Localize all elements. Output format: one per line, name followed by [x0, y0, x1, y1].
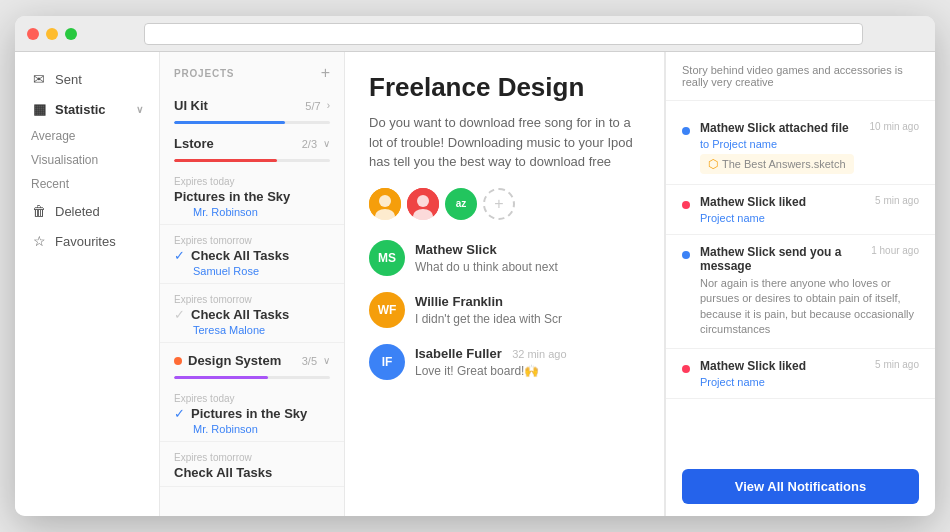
notif-link[interactable]: Project name [700, 376, 919, 388]
main-title: Freelance Design [369, 72, 640, 103]
chat-message: What do u think about next [415, 260, 558, 274]
task-person: Teresa Malone [174, 324, 330, 336]
sidebar-item-average[interactable]: Average [15, 124, 159, 148]
avatar: WF [369, 292, 405, 328]
add-avatar-button[interactable]: + [483, 188, 515, 220]
chat-item: MS Mathew Slick What do u think about ne… [369, 240, 640, 276]
notif-title: Mathew Slick attached file [700, 121, 862, 135]
chat-name-row: Isabelle Fuller 32 min ago [415, 344, 567, 362]
task-title-row: ✓ Pictures in the Sky [174, 406, 330, 421]
chat-body: Isabelle Fuller 32 min ago Love it! Grea… [415, 344, 567, 378]
project-ui-kit-count: 5/7 [305, 100, 320, 112]
sidebar-item-recent[interactable]: Recent [15, 172, 159, 196]
svg-point-1 [379, 195, 391, 207]
projects-panel: PROJECTS + UI Kit 5/7 › Lstore 2/3 [160, 52, 345, 516]
check-light-icon: ✓ [174, 307, 185, 322]
notif-dot-red-icon [682, 365, 690, 373]
notif-time: 5 min ago [875, 195, 919, 206]
project-lstore: Lstore 2/3 ∨ Expires today Pictures in t… [160, 128, 344, 343]
project-lstore-row[interactable]: Lstore 2/3 ∨ [160, 128, 344, 159]
close-button[interactable] [27, 28, 39, 40]
avatar [369, 188, 401, 220]
task-item: Expires today Pictures in the Sky Mr. Ro… [160, 166, 344, 225]
task-item: Expires today ✓ Pictures in the Sky Mr. … [160, 383, 344, 442]
avatar: az [445, 188, 477, 220]
sidebar-item-statistic-label: Statistic [55, 102, 106, 117]
notif-header-row: Mathew Slick liked 5 min ago [700, 195, 919, 209]
avatar: IF [369, 344, 405, 380]
notif-title: Mathew Slick liked [700, 359, 867, 373]
task-item: Expires tomorrow ✓ Check All Tasks Teres… [160, 284, 344, 343]
project-ui-kit: UI Kit 5/7 › [160, 90, 344, 124]
chat-name: Mathew Slick [415, 242, 497, 257]
notif-content: Mathew Slick attached file 10 min ago to… [682, 121, 919, 174]
attachment-icon: ⬡ [708, 157, 718, 171]
notif-link[interactable]: to Project name [700, 138, 919, 150]
project-design-system-row[interactable]: Design System 3/5 ∨ [160, 345, 344, 376]
sidebar-item-sent-label: Sent [55, 72, 82, 87]
project-lstore-progress [174, 159, 330, 162]
avatars-row: az + [369, 188, 640, 220]
task-title: Check All Tasks [191, 307, 289, 322]
notifications-panel: Story behind video games and accessories… [665, 52, 935, 516]
add-project-button[interactable]: + [321, 64, 330, 82]
project-ui-kit-name: UI Kit [174, 98, 299, 113]
chat-message: I didn't get the idea with Scr [415, 312, 562, 326]
svg-point-4 [417, 195, 429, 207]
task-title: Check All Tasks [174, 465, 272, 480]
app-body: ✉ Sent ▦ Statistic ∨ Average Visualisati… [15, 52, 935, 516]
notif-link[interactable]: Project name [700, 212, 919, 224]
chevron-down-icon: ∨ [136, 104, 143, 115]
project-lstore-count: 2/3 [302, 138, 317, 150]
favourites-icon: ☆ [31, 233, 47, 249]
sidebar-item-visualisation[interactable]: Visualisation [15, 148, 159, 172]
notif-dot-blue-icon [682, 127, 690, 135]
notif-content: Mathew Slick liked 5 min ago Project nam… [682, 195, 919, 224]
notification-top-text: Story behind video games and accessories… [666, 52, 935, 101]
statistic-icon: ▦ [31, 101, 47, 117]
view-all-notifications-button[interactable]: View All Notifications [682, 469, 919, 504]
main-description: Do you want to download free song for in… [369, 113, 640, 172]
sidebar-item-statistic[interactable]: ▦ Statistic ∨ [15, 94, 159, 124]
url-bar[interactable] [144, 23, 863, 45]
task-title-row: Pictures in the Sky [174, 189, 330, 204]
notif-dot-red-icon [682, 201, 690, 209]
notif-header-row: Mathew Slick send you a message 1 hour a… [700, 245, 919, 273]
minimize-button[interactable] [46, 28, 58, 40]
task-title-row: ✓ Check All Tasks [174, 307, 330, 322]
chat-item: WF Willie Franklin I didn't get the idea… [369, 292, 640, 328]
chat-body: Mathew Slick What do u think about next [415, 240, 558, 274]
chevron-right-icon: › [327, 100, 330, 111]
app-window: ✉ Sent ▦ Statistic ∨ Average Visualisati… [15, 16, 935, 516]
chat-body: Willie Franklin I didn't get the idea wi… [415, 292, 562, 326]
task-expires: Expires tomorrow [174, 294, 330, 305]
sidebar-item-favourites-label: Favourites [55, 234, 116, 249]
deleted-icon: 🗑 [31, 203, 47, 219]
project-design-system: Design System 3/5 ∨ Expires today ✓ Pict… [160, 345, 344, 487]
notif-title: Mathew Slick send you a message [700, 245, 863, 273]
notif-dot-blue-icon [682, 251, 690, 259]
sidebar-item-deleted[interactable]: 🗑 Deleted [15, 196, 159, 226]
project-ui-kit-row[interactable]: UI Kit 5/7 › [160, 90, 344, 121]
task-title-row: Check All Tasks [174, 465, 330, 480]
project-lstore-progress-bar [174, 159, 277, 162]
notif-item: Mathew Slick attached file 10 min ago to… [666, 111, 935, 185]
notif-list: Mathew Slick attached file 10 min ago to… [666, 101, 935, 457]
task-item: Expires tomorrow ✓ Check All Tasks Samue… [160, 225, 344, 284]
maximize-button[interactable] [65, 28, 77, 40]
sent-icon: ✉ [31, 71, 47, 87]
sidebar-item-sent[interactable]: ✉ Sent [15, 64, 159, 94]
project-design-system-progress-bar [174, 376, 268, 379]
chevron-down-icon: ∨ [323, 138, 330, 149]
avatar [407, 188, 439, 220]
task-title: Check All Tasks [191, 248, 289, 263]
chat-message: Love it! Great board!🙌 [415, 364, 567, 378]
chat-name-row: Willie Franklin [415, 292, 562, 310]
projects-label: PROJECTS [174, 68, 234, 79]
notif-header-row: Mathew Slick attached file 10 min ago [700, 121, 919, 135]
notif-content: Mathew Slick liked 5 min ago Project nam… [682, 359, 919, 388]
notif-time: 10 min ago [870, 121, 919, 132]
sidebar: ✉ Sent ▦ Statistic ∨ Average Visualisati… [15, 52, 160, 516]
sidebar-item-favourites[interactable]: ☆ Favourites [15, 226, 159, 256]
check-icon: ✓ [174, 406, 185, 421]
